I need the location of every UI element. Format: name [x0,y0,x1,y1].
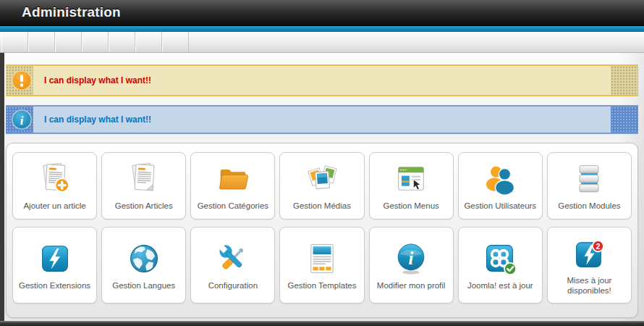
article-add-icon [36,160,74,198]
quickicon-ajouter-un-article[interactable]: Ajouter un article [12,152,97,220]
info-icon: i [11,109,33,130]
admin-window: Administration I can display what I want… [0,0,644,326]
quickicon-gestion-articles[interactable]: Gestion Articles [101,152,186,220]
svg-text:2: 2 [596,241,601,250]
page-title: Administration [0,0,644,20]
menu-item-composants[interactable] [109,32,135,52]
menu-item-menus[interactable] [55,32,82,52]
quickicon-label: Gestion Menus [380,201,441,211]
modules-icon [570,160,608,198]
quickicon-label: Gestion Extensions [16,280,93,291]
warning-alert-message: I can display what I want!! [44,75,151,85]
quickicon-gestion-categories[interactable]: Gestion Catégories [190,152,275,220]
quickicon-gestion-langues[interactable]: Gestion Langues [101,227,186,304]
configuration-icon [214,240,252,277]
quickicons-row-2: Gestion Extensions Gestion Langues Confi… [11,227,633,304]
menu-item-aide[interactable] [162,32,189,52]
quickicon-label: Gestion Modules [555,201,623,211]
quickicon-gestion-utilisateurs[interactable]: Gestion Utilisateurs [458,152,543,220]
svg-text:i: i [409,248,414,267]
extensions-icon [36,240,74,277]
quickicon-label: Configuration [206,280,260,291]
menu-item-site[interactable] [1,32,28,52]
menus-icon [392,160,430,198]
quickicon-label: Gestion Médias [290,201,354,211]
warning-alert: I can display what I want!! [6,64,638,96]
quickicon-label: Gestion Langues [109,280,178,291]
quickicon-gestion-menus[interactable]: Gestion Menus [369,152,454,220]
quickicon-gestion-templates[interactable]: Gestion Templates [279,227,364,304]
categories-icon [214,160,252,198]
quickicon-label: Gestion Templates [284,280,359,291]
menu-item-extensions[interactable] [135,32,162,52]
top-header: Administration [0,0,644,26]
menu-item-utilisateurs[interactable] [28,32,55,52]
quickicon-label: Gestion Articles [112,201,176,211]
templates-icon [303,240,341,277]
quickicon-gestion-modules[interactable]: Gestion Modules [547,152,632,220]
quickicon-joomla-est-a-jour[interactable]: Joomla! est à jour [458,227,543,304]
quickicons-panel: Ajouter un article Gestion Articles Gest… [6,143,638,318]
profile-icon: i [392,240,430,277]
users-icon [481,160,519,198]
info-alert: i I can display what I want!! [6,105,638,134]
quickicon-label: Ajouter un article [20,201,88,211]
articles-icon [125,160,163,198]
info-alert-message: I can display what I want!! [44,114,151,125]
quickicon-modifier-mon-profil[interactable]: i Modifier mon profil [369,227,454,304]
accent-strip [0,26,644,32]
warning-icon [11,70,33,91]
svg-text:i: i [20,114,24,128]
quickicon-label: Joomla! est à jour [465,280,536,291]
bottom-strip [0,321,644,326]
quickicon-label: Modifier mon profil [374,280,449,291]
quickicon-mises-a-jour-disponibles[interactable]: 2 Mises à jour disponibles! [547,227,632,304]
menu-item-contenu[interactable] [82,32,109,52]
main-menubar [0,32,644,53]
quickicon-gestion-extensions[interactable]: Gestion Extensions [12,227,97,304]
joomla-update-icon [481,240,519,277]
quickicon-label: Gestion Catégories [195,201,271,211]
quickicon-label: Gestion Utilisateurs [461,201,539,211]
quickicon-configuration[interactable]: Configuration [190,227,275,304]
extensions-update-icon: 2 [570,235,608,272]
media-icon [303,160,341,198]
quickicons-row-1: Ajouter un article Gestion Articles Gest… [11,152,633,220]
languages-icon [125,240,163,277]
quickicon-gestion-medias[interactable]: Gestion Médias [279,152,364,220]
content-area: I can display what I want!! i I can disp… [4,53,644,321]
quickicon-label: Mises à jour disponibles! [549,275,630,296]
